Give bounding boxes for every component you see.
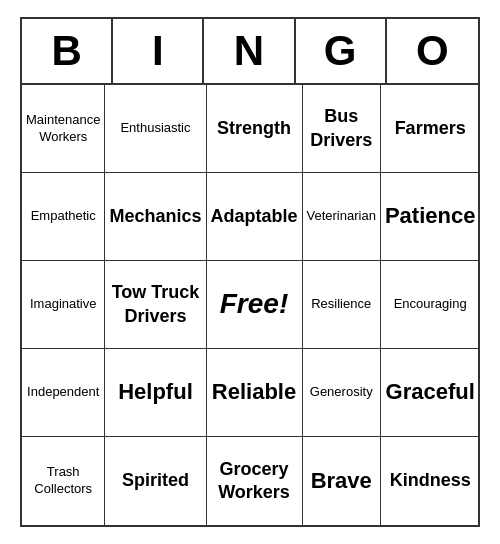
header-letter-B: B: [22, 19, 113, 83]
bingo-cell-19: Graceful: [381, 349, 480, 437]
bingo-cell-11: Tow Truck Drivers: [105, 261, 206, 349]
header-letter-I: I: [113, 19, 204, 83]
bingo-cell-21: Spirited: [105, 437, 206, 525]
bingo-cell-7: Adaptable: [207, 173, 303, 261]
bingo-cell-16: Helpful: [105, 349, 206, 437]
bingo-cell-12: Free!: [207, 261, 303, 349]
bingo-cell-5: Empathetic: [22, 173, 105, 261]
bingo-cell-10: Imaginative: [22, 261, 105, 349]
bingo-cell-0: Maintenance Workers: [22, 85, 105, 173]
bingo-cell-1: Enthusiastic: [105, 85, 206, 173]
bingo-cell-23: Brave: [303, 437, 381, 525]
header-letter-G: G: [296, 19, 387, 83]
bingo-cell-14: Encouraging: [381, 261, 480, 349]
bingo-cell-15: Independent: [22, 349, 105, 437]
bingo-cell-3: Bus Drivers: [303, 85, 381, 173]
bingo-card: BINGO Maintenance WorkersEnthusiasticStr…: [20, 17, 480, 527]
bingo-cell-4: Farmers: [381, 85, 480, 173]
header-letter-N: N: [204, 19, 295, 83]
header-letter-O: O: [387, 19, 478, 83]
bingo-cell-17: Reliable: [207, 349, 303, 437]
bingo-header: BINGO: [22, 19, 478, 85]
bingo-cell-13: Resilience: [303, 261, 381, 349]
bingo-cell-22: Grocery Workers: [207, 437, 303, 525]
bingo-cell-8: Veterinarian: [303, 173, 381, 261]
bingo-cell-20: Trash Collectors: [22, 437, 105, 525]
bingo-cell-9: Patience: [381, 173, 480, 261]
bingo-cell-6: Mechanics: [105, 173, 206, 261]
bingo-cell-24: Kindness: [381, 437, 480, 525]
bingo-cell-18: Generosity: [303, 349, 381, 437]
bingo-cell-2: Strength: [207, 85, 303, 173]
bingo-grid: Maintenance WorkersEnthusiasticStrengthB…: [22, 85, 478, 525]
